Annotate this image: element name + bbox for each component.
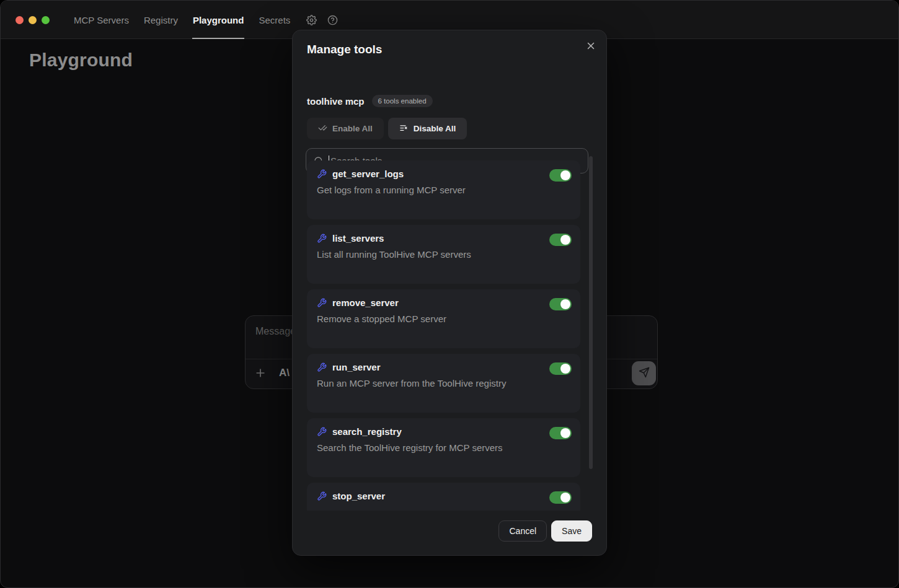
tool-toggle[interactable]	[549, 169, 572, 182]
tool-description: Get logs from a running MCP server	[317, 185, 570, 195]
tool-toggle[interactable]	[549, 234, 572, 246]
tool-toggle[interactable]	[549, 362, 572, 375]
wrench-icon	[317, 427, 327, 437]
tool-card-search-registry: search_registry Search the ToolHive regi…	[307, 418, 580, 477]
maximize-window-button[interactable]	[42, 16, 50, 24]
tool-description: Remove a stopped MCP server	[317, 314, 570, 324]
check-check-icon	[318, 123, 327, 134]
plus-icon[interactable]	[254, 367, 267, 379]
scrollbar-thumb[interactable]	[589, 156, 593, 469]
anthropic-logo-icon[interactable]: A\	[279, 367, 290, 379]
tool-toggle[interactable]	[549, 427, 572, 439]
wrench-icon	[317, 491, 327, 501]
tab-registry[interactable]: Registry	[144, 1, 178, 39]
tool-name: stop_server	[332, 491, 385, 501]
tab-secrets[interactable]: Secrets	[259, 1, 290, 39]
cancel-button[interactable]: Cancel	[498, 520, 547, 542]
tool-card-list-servers: list_servers List all running ToolHive M…	[307, 225, 580, 284]
paper-plane-icon	[639, 367, 650, 380]
tool-card-run-server: run_server Run an MCP server from the To…	[307, 354, 580, 413]
tool-toggle[interactable]	[549, 491, 572, 504]
wrench-icon	[317, 234, 327, 244]
tool-name: search_registry	[332, 426, 402, 437]
send-button[interactable]	[632, 361, 656, 385]
wrench-icon	[317, 298, 327, 308]
close-icon[interactable]	[585, 40, 596, 51]
tool-list[interactable]: get_server_logs Get logs from a running …	[307, 154, 580, 511]
minimize-window-button[interactable]	[29, 16, 37, 24]
tool-name: get_server_logs	[332, 169, 404, 179]
manage-tools-dialog: Manage tools toolhive mcp 6 tools enable…	[292, 30, 607, 556]
disable-all-button[interactable]: Disable All	[388, 118, 467, 139]
main-nav: MCP Servers Registry Playground Secrets	[74, 1, 290, 39]
tool-card-remove-server: remove_server Remove a stopped MCP serve…	[307, 289, 580, 348]
enable-all-label: Enable All	[332, 124, 373, 133]
dialog-title: Manage tools	[307, 43, 382, 56]
tools-enabled-badge: 6 tools enabled	[372, 95, 433, 107]
wrench-icon	[317, 169, 327, 179]
tab-mcp-servers[interactable]: MCP Servers	[74, 1, 129, 39]
list-x-icon	[399, 123, 409, 134]
enable-all-button[interactable]: Enable All	[307, 118, 384, 139]
tool-card-get-server-logs: get_server_logs Get logs from a running …	[307, 160, 580, 219]
disable-all-label: Disable All	[414, 124, 456, 133]
tool-description: Run an MCP server from the ToolHive regi…	[317, 378, 570, 388]
close-window-button[interactable]	[16, 16, 24, 24]
help-circle-icon[interactable]	[327, 15, 338, 25]
tool-description: Search the ToolHive registry for MCP ser…	[317, 442, 570, 453]
wrench-icon	[317, 362, 327, 372]
server-name: toolhive mcp	[307, 96, 365, 107]
gear-icon[interactable]	[306, 15, 317, 25]
save-button[interactable]: Save	[551, 520, 592, 542]
tool-description: List all running ToolHive MCP servers	[317, 249, 570, 260]
app-window: Playground Test your MCP servers Message…	[0, 0, 899, 588]
tool-card-stop-server: stop_server	[307, 483, 580, 511]
tab-playground[interactable]: Playground	[193, 1, 244, 39]
tool-toggle[interactable]	[549, 298, 572, 310]
page-title: Playground	[29, 50, 133, 71]
tool-name: run_server	[332, 362, 381, 372]
tool-name: remove_server	[332, 297, 399, 308]
tool-name: list_servers	[332, 233, 384, 244]
